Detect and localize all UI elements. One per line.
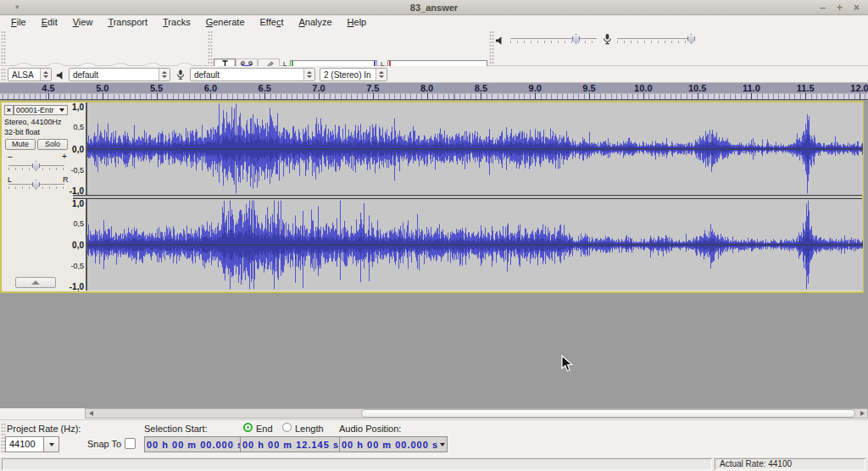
track-menu-arrow-icon [59,108,64,112]
timeline-ruler[interactable]: 4.55.05.56.06.57.07.58.08.59.09.510.010.… [0,83,868,100]
speaker-icon [495,34,506,49]
timeline-label: 11.0 [743,83,760,93]
horizontal-scrollbar[interactable] [85,408,868,418]
snap-to-checkbox[interactable] [125,438,136,449]
timeline-label: 6.5 [259,83,271,93]
track-close-button[interactable]: × [4,105,14,115]
timeline-major-tick [698,93,698,99]
menu-analyze[interactable]: Analyze [291,15,339,29]
track-name-menu[interactable]: 00001-Entr [14,105,68,115]
recording-channels-select[interactable]: 2 (Stereo) In [320,68,387,81]
menu-edit[interactable]: Edit [34,15,65,29]
timeline-major-tick [210,93,211,99]
maximize-button[interactable]: + [837,0,843,15]
output-volume-slider[interactable] [510,33,597,45]
audio-position-value: 00 h 00 m 00.000 s [342,440,438,450]
title-bar[interactable]: ▾ 83_answer – + × [0,0,868,15]
timeline-major-tick [643,93,644,99]
timeline-label: 12.0 [850,83,868,93]
minimize-button[interactable]: – [820,0,826,15]
waveform-ch1[interactable] [86,103,862,195]
track-collapse-button[interactable] [15,277,56,288]
pan-slider[interactable] [8,179,64,191]
speaker-icon [56,69,67,84]
menu-file[interactable]: File [3,15,34,29]
menu-view[interactable]: View [65,15,101,29]
amplitude-label: -1,0 [70,186,84,196]
track-info-line2: 32-bit float [4,128,40,136]
menu-transport[interactable]: Transport [100,15,155,29]
project-rate-dropdown[interactable] [44,436,59,452]
time-format-dropdown-icon[interactable] [440,443,445,446]
spinner-icon[interactable] [376,69,387,80]
gain-slider[interactable] [8,160,64,172]
audio-track[interactable]: × 00001-Entr Stereo, 44100Hz 32-bit floa… [0,101,864,293]
audio-position-label: Audio Position: [339,424,401,434]
timeline-major-tick [805,93,806,99]
timeline-major-tick [481,93,481,99]
snap-to-label: Snap To [87,439,121,449]
selection-end-time[interactable]: 00 h 00 m 12.145 s [240,436,348,452]
timeline-major-tick [427,93,428,99]
timeline-tick-strip [0,93,868,99]
timeline-label: 9.0 [529,83,542,93]
horizontal-scrollbar-thumb[interactable] [361,409,855,418]
timeline-label: 5.0 [96,83,108,93]
timeline-label: 9.5 [582,83,595,93]
recording-device-select[interactable]: default [190,68,315,81]
device-toolbar-grip[interactable] [1,68,6,81]
scroll-left-arrow[interactable] [86,409,96,418]
audio-host-select[interactable]: ALSA [8,68,52,81]
timeline-major-tick [373,93,374,99]
end-radio[interactable] [243,423,253,432]
length-radio-label: Length [295,424,324,434]
track-control-panel: × 00001-Entr Stereo, 44100Hz 32-bit floa… [2,103,73,291]
track-area[interactable]: × 00001-Entr Stereo, 44100Hz 32-bit floa… [0,100,868,408]
mixer-toolbar-grip[interactable] [489,30,494,64]
vertical-ruler-ch2[interactable]: 1,00,50,0-0,5-1,0 [73,199,86,291]
track-name: 00001-Entr [14,106,57,114]
menu-help[interactable]: Help [340,15,375,29]
timeline-label: 6.0 [204,83,217,93]
timeline-major-tick [751,93,752,99]
project-rate-select[interactable]: 44100 [5,436,59,452]
audio-host-value: ALSA [8,70,40,80]
close-button[interactable]: × [854,0,860,15]
amplitude-label: 0,5 [73,123,84,131]
spinner-icon[interactable] [40,69,51,80]
amplitude-label: 1,0 [72,198,84,208]
timeline-major-tick [157,93,158,99]
timeline-major-tick [860,93,860,99]
length-radio[interactable] [282,423,292,432]
menu-effect[interactable]: Effect [253,15,292,29]
timeline-label: 7.5 [366,83,379,93]
timeline-label: 8.0 [420,83,433,93]
input-volume-slider[interactable] [617,33,695,45]
scroll-right-arrow[interactable] [857,409,867,418]
solo-button[interactable]: Solo [37,139,68,150]
selection-start-time[interactable]: 00 h 00 m 00.000 s [144,436,253,452]
vertical-ruler-ch1[interactable]: 1,00,50,0-0,5-1,0 [73,103,86,195]
playback-device-select[interactable]: default [69,68,170,81]
menu-generate[interactable]: Generate [198,15,253,29]
timeline-label: 10.5 [688,83,706,93]
status-bar: Actual Rate: 44100 [0,456,868,471]
menu-tracks[interactable]: Tracks [155,15,198,29]
timeline-major-tick [319,93,320,99]
timeline-label: 7.0 [312,83,325,93]
audio-position-time[interactable]: 00 h 00 m 00.000 s [339,436,448,452]
timeline-major-tick [589,93,590,99]
toolbar-dock: L R -36-24-120 L R -36 [0,29,868,66]
spinner-icon[interactable] [159,69,170,80]
playback-device-value: default [70,70,159,80]
menu-bar: FileEditViewTransportTracksGenerateEffec… [0,15,868,29]
waveform-ch2[interactable] [86,199,862,291]
transport-toolbar-grip[interactable] [1,30,6,64]
mute-button[interactable]: Mute [5,139,36,150]
tools-toolbar-grip[interactable] [208,30,213,64]
timeline-label: 8.5 [475,83,487,93]
microphone-icon [602,33,613,48]
amplitude-label: -0,5 [70,166,84,175]
track-info-line1: Stereo, 44100Hz [4,118,62,126]
spinner-icon[interactable] [303,69,314,80]
